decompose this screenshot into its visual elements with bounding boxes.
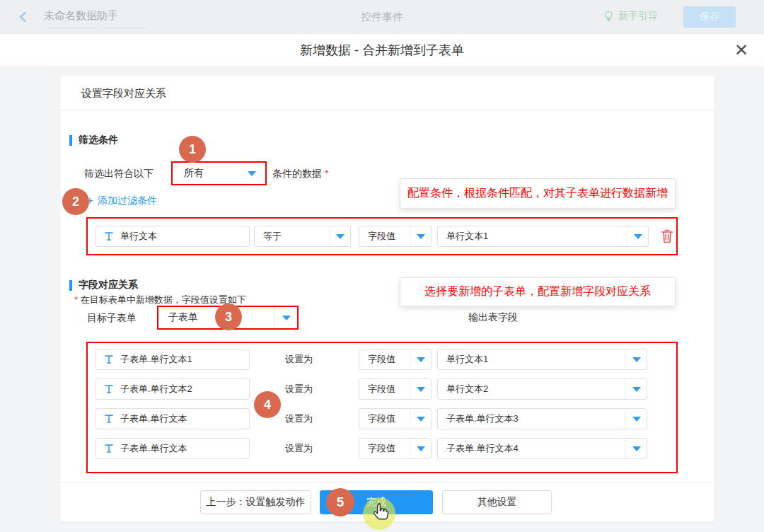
chevron-down-icon xyxy=(632,387,641,392)
mapping-value-select[interactable]: 单行文本2 xyxy=(437,378,647,400)
mapping-valuetype-select[interactable]: 字段值 xyxy=(359,349,432,370)
topbar: 未命名数据助手 控件事件 新手引导 保存 xyxy=(0,0,764,34)
add-filter-condition-label: 添加过滤条件 xyxy=(98,195,157,207)
dialog-header: 新增数据 - 合并新增到子表单 ✕ xyxy=(0,34,764,67)
mapping-target-field: 子表单.单行文本 xyxy=(96,408,250,429)
mapping-section-title: 字段对应关系 xyxy=(69,279,138,291)
text-field-icon xyxy=(104,414,114,424)
select-arrow-area xyxy=(625,409,647,429)
select-arrow-area xyxy=(410,226,431,246)
mapping-value: 单行文本2 xyxy=(438,379,625,399)
mapping-target-field-label: 子表单.单行文本2 xyxy=(120,383,192,395)
chevron-down-icon xyxy=(634,234,642,239)
condition-field-label: 单行文本 xyxy=(120,230,157,243)
set-to-label: 设置为 xyxy=(285,378,313,400)
condition-operator-select[interactable]: 等于 xyxy=(254,226,351,247)
filter-sentence-suffix: 条件的数据 * xyxy=(272,161,328,185)
set-to-label: 设置为 xyxy=(285,438,313,459)
step-badge-5: 5 xyxy=(326,488,354,516)
mapping-target-field: 子表单.单行文本2 xyxy=(96,378,250,400)
chevron-down-icon xyxy=(282,316,291,320)
close-icon[interactable]: ✕ xyxy=(734,41,748,59)
filter-row-outline: 单行文本 等于 字段值 单行文本1 xyxy=(86,217,678,255)
select-arrow-area xyxy=(410,409,431,429)
dialog-title: 新增数据 - 合并新增到子表单 xyxy=(300,42,464,59)
step-badge-4: 4 xyxy=(254,391,281,418)
mapping-target-field-label: 子表单.单行文本 xyxy=(120,412,187,425)
lightbulb-icon xyxy=(603,11,614,23)
step-badge-1: 1 xyxy=(179,136,206,163)
select-arrow-area xyxy=(274,307,297,328)
required-asterisk: * xyxy=(74,294,78,305)
mapping-section-label: 字段对应关系 xyxy=(79,279,138,291)
required-asterisk: * xyxy=(325,168,328,179)
settings-card: 设置字段对应关系 筛选条件 筛选出符合以下 所有 条件的数据 * 1 2 + 添… xyxy=(60,76,714,521)
match-type-value: 所有 xyxy=(184,167,204,180)
chevron-down-icon xyxy=(417,387,425,392)
filter-annotation-tooltip: 配置条件，根据条件匹配，对其子表单进行数据新增 xyxy=(400,178,676,209)
mapping-value: 子表单.单行文本3 xyxy=(438,409,625,429)
filter-sentence-prefix: 筛选出符合以下 xyxy=(84,161,154,185)
select-arrow-area xyxy=(625,379,647,399)
condition-operator-value: 等于 xyxy=(255,226,329,246)
condition-value-select[interactable]: 单行文本1 xyxy=(437,226,649,247)
beginner-guide-label: 新手引导 xyxy=(618,10,658,23)
mapping-value: 单行文本1 xyxy=(438,349,625,369)
set-to-label: 设置为 xyxy=(285,408,313,429)
chevron-down-icon xyxy=(417,357,425,362)
select-arrow-area xyxy=(410,379,431,399)
add-filter-condition-link[interactable]: + 添加过滤条件 xyxy=(86,195,157,207)
mapping-annotation-tooltip: 选择要新增的子表单，配置新增字段对应关系 xyxy=(400,277,676,306)
match-type-select[interactable]: 所有 xyxy=(171,161,267,185)
output-fields-header: 输出表字段 xyxy=(468,310,518,324)
beginner-guide-link[interactable]: 新手引导 xyxy=(603,10,658,23)
text-field-icon xyxy=(104,231,114,241)
trash-icon[interactable] xyxy=(660,228,674,245)
save-button[interactable]: 保存 xyxy=(683,6,736,28)
mapping-valuetype-value: 字段值 xyxy=(359,379,410,399)
prev-step-button[interactable]: 上一步：设置触发动作 xyxy=(200,490,311,514)
condition-field-select[interactable]: 单行文本 xyxy=(96,226,250,247)
text-field-icon xyxy=(104,384,114,394)
mapping-rows-outline: 子表单.单行文本1 设置为 字段值 单行文本1 子表单.单行文本2 设置为 字段… xyxy=(86,342,678,473)
mapping-value: 子表单.单行文本4 xyxy=(438,439,625,458)
step-badge-3: 3 xyxy=(215,303,242,330)
condition-value: 单行文本1 xyxy=(438,226,627,246)
select-arrow-area xyxy=(329,226,350,246)
mapping-description: * 在目标表单中新增数据，字段值设置如下 xyxy=(74,294,246,306)
filter-section-title: 筛选条件 xyxy=(69,134,118,146)
mapping-target-field: 子表单.单行文本 xyxy=(96,438,250,459)
mapping-target-field-label: 子表单.单行文本 xyxy=(120,442,187,455)
chevron-down-icon xyxy=(632,446,641,451)
chevron-down-icon xyxy=(417,446,425,451)
mapping-valuetype-value: 字段值 xyxy=(359,439,410,458)
card-title: 设置字段对应关系 xyxy=(60,76,714,110)
section-accent-bar xyxy=(69,280,72,291)
chevron-down-icon xyxy=(632,417,641,422)
mapping-target-field-label: 子表单.单行文本1 xyxy=(120,353,192,366)
condition-valuetype-select[interactable]: 字段值 xyxy=(359,226,432,247)
filter-section-label: 筛选条件 xyxy=(79,134,118,146)
mapping-value-select[interactable]: 子表单.单行文本3 xyxy=(437,408,647,429)
set-to-label: 设置为 xyxy=(285,349,313,370)
mapping-valuetype-select[interactable]: 字段值 xyxy=(359,408,432,429)
mapping-valuetype-select[interactable]: 字段值 xyxy=(359,438,432,459)
text-field-icon xyxy=(104,354,114,364)
select-arrow-area xyxy=(627,226,648,246)
select-arrow-area xyxy=(625,349,647,369)
mapping-value-select[interactable]: 单行文本1 xyxy=(437,349,647,370)
mapping-valuetype-select[interactable]: 字段值 xyxy=(359,378,432,400)
text-field-icon xyxy=(104,444,114,453)
mapping-value-select[interactable]: 子表单.单行文本4 xyxy=(437,438,647,459)
screen: 未命名数据助手 控件事件 新手引导 保存 新增数据 - 合并新增到子表单 ✕ 设… xyxy=(0,0,764,532)
cursor-hand-icon xyxy=(371,502,390,523)
target-subform-label: 目标子表单 xyxy=(87,306,137,330)
chevron-down-icon xyxy=(248,171,256,176)
select-arrow-area xyxy=(410,349,431,369)
chevron-down-icon xyxy=(417,417,425,422)
select-arrow-area xyxy=(410,439,431,458)
other-settings-button[interactable]: 其他设置 xyxy=(442,490,552,514)
mapping-valuetype-value: 字段值 xyxy=(359,409,410,429)
mapping-target-field: 子表单.单行文本1 xyxy=(96,349,250,370)
chevron-down-icon xyxy=(632,357,641,362)
